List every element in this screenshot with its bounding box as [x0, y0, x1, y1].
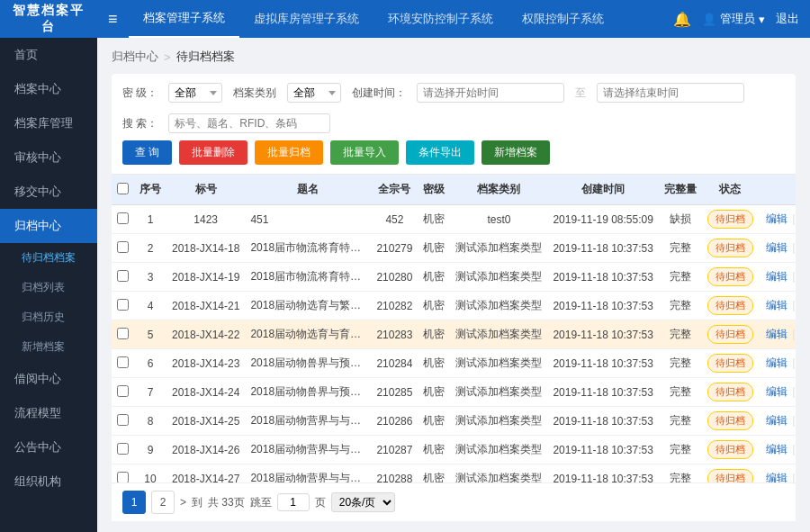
row-checkbox[interactable] — [117, 385, 129, 397]
sidebar-item-transfer[interactable]: 移交中心 — [0, 175, 97, 209]
status-badge: 待归档 — [707, 354, 753, 373]
date-end-input[interactable] — [597, 83, 744, 103]
cell-index: 9 — [134, 436, 166, 464]
search-input[interactable] — [168, 113, 330, 133]
col-code: 标号 — [166, 175, 245, 205]
row-checkbox[interactable] — [117, 270, 129, 282]
row-checkbox[interactable] — [117, 356, 129, 368]
action-edit[interactable]: 编辑 — [766, 241, 788, 254]
cell-density: 机密 — [418, 464, 450, 483]
sidebar-item-org[interactable]: 组织机构 — [0, 464, 97, 499]
navbar-item-access-control[interactable]: 权限控制子系统 — [508, 0, 618, 38]
sidebar-sub-pending[interactable]: 待归档档案 — [0, 243, 97, 273]
row-checkbox[interactable] — [117, 212, 129, 224]
cell-actions: 编辑 | 申请归档 | 删除 — [759, 292, 796, 320]
row-checkbox[interactable] — [117, 299, 129, 311]
action-edit[interactable]: 编辑 — [766, 356, 788, 369]
cell-complete: 完整 — [659, 263, 702, 292]
cell-density: 机密 — [418, 407, 450, 436]
cell-complete: 缺损 — [659, 205, 702, 234]
admin-menu[interactable]: 👤 管理员 ▾ — [702, 11, 765, 27]
cell-code: 2018-JX14-24 — [166, 378, 245, 407]
cell-complete: 完整 — [659, 349, 702, 378]
row-checkbox[interactable] — [117, 328, 129, 339]
cell-actions: 编辑 | 申请归档 | 删除 — [759, 349, 796, 378]
action-edit[interactable]: 编辑 — [766, 414, 788, 427]
action-edit[interactable]: 编辑 — [766, 212, 788, 225]
cell-title: 2018届动物营界与与预测科学专... — [245, 407, 371, 436]
cell-index: 5 — [134, 320, 166, 349]
row-checkbox[interactable] — [117, 241, 129, 253]
sidebar-item-archive-mgmt[interactable]: 档案库管理 — [0, 106, 97, 140]
action-edit[interactable]: 编辑 — [766, 385, 788, 398]
navbar-item-virtual-storage[interactable]: 虚拟库房管理子系统 — [239, 0, 374, 38]
action-edit[interactable]: 编辑 — [766, 472, 788, 482]
export-button[interactable]: 条件导出 — [406, 140, 474, 165]
cell-fullno: 210280 — [371, 263, 418, 292]
batch-import-button[interactable]: 批量导入 — [330, 140, 399, 165]
status-badge: 待归档 — [707, 469, 753, 482]
sidebar-sub-list[interactable]: 归档列表 — [0, 273, 97, 302]
cell-title: 2018届动物选育与育种与繁殖专... — [245, 320, 371, 349]
menu-toggle-icon[interactable]: ≡ — [108, 10, 118, 29]
batch-archive-button[interactable]: 批量归档 — [255, 140, 323, 165]
sidebar-item-borrow[interactable]: 借阅中心 — [0, 362, 97, 396]
breadcrumb-sep: > — [164, 50, 171, 64]
row-checkbox-cell[interactable] — [112, 263, 134, 292]
sidebar-sub-history[interactable]: 归档历史 — [0, 302, 97, 332]
type-select[interactable]: 全部 — [287, 83, 341, 103]
bell-icon[interactable]: 🔔 — [673, 11, 691, 28]
action-edit[interactable]: 编辑 — [766, 328, 788, 340]
cell-status: 待归档 — [702, 320, 759, 349]
cell-code: 2018-JX14-25 — [166, 407, 245, 436]
cell-date: 2019-11-18 10:37:53 — [547, 378, 658, 407]
row-checkbox[interactable] — [117, 472, 129, 483]
row-checkbox-cell[interactable] — [112, 407, 134, 436]
navbar-item-archive-mgmt[interactable]: 档案管理子系统 — [129, 0, 239, 38]
new-archive-button[interactable]: 新增档案 — [482, 140, 550, 165]
sidebar-item-home[interactable]: 首页 — [0, 38, 97, 72]
navbar-right: 🔔 👤 管理员 ▾ 退出 — [673, 11, 799, 28]
date-separator: 至 — [575, 86, 586, 101]
action-edit[interactable]: 编辑 — [766, 270, 788, 283]
row-checkbox[interactable] — [117, 414, 129, 426]
row-checkbox-cell[interactable] — [112, 234, 134, 263]
row-checkbox[interactable] — [117, 443, 129, 455]
row-checkbox-cell[interactable] — [112, 205, 134, 234]
row-checkbox-cell[interactable] — [112, 436, 134, 464]
cell-density: 机密 — [418, 292, 450, 320]
sidebar-item-return[interactable]: 归档中心 — [0, 209, 97, 243]
row-checkbox-cell[interactable] — [112, 349, 134, 378]
action-edit[interactable]: 编辑 — [766, 299, 788, 311]
sidebar-item-workflow[interactable]: 流程模型 — [0, 396, 97, 430]
batch-delete-button[interactable]: 批量删除 — [179, 140, 248, 165]
col-density: 密级 — [418, 175, 450, 205]
content-area: 归档中心 > 待归档档案 密 级： 全部 机密 秘密 公开 档案类别 全部 创建… — [97, 38, 810, 532]
page-btn-2[interactable]: 2 — [151, 491, 175, 514]
table-row: 1 1423 451 452 机密 test0 2019-11-19 08:55… — [112, 205, 796, 234]
density-select[interactable]: 全部 机密 秘密 公开 — [168, 83, 222, 103]
cell-actions: 编辑 | 申请归档 | 删除 — [759, 436, 796, 464]
row-checkbox-cell[interactable] — [112, 378, 134, 407]
navbar-item-env-security[interactable]: 环境安防控制子系统 — [374, 0, 508, 38]
table-row: 4 2018-JX14-21 2018届动物选育与繁殖专... 210282 机… — [112, 292, 796, 320]
cell-code: 2018-JX14-26 — [166, 436, 245, 464]
action-edit[interactable]: 编辑 — [766, 443, 788, 455]
table-row: 10 2018-JX14-27 2018届动物营界与与预测科学专... 2102… — [112, 464, 796, 483]
page-jump-input[interactable] — [277, 493, 310, 511]
row-checkbox-cell[interactable] — [112, 320, 134, 349]
cell-type: 测试添加档案类型 — [450, 234, 547, 263]
sidebar-item-archive[interactable]: 档案中心 — [0, 72, 97, 106]
search-button[interactable]: 查 询 — [122, 140, 172, 165]
row-checkbox-cell[interactable] — [112, 464, 134, 483]
exit-button[interactable]: 退出 — [776, 11, 799, 27]
row-checkbox-cell[interactable] — [112, 292, 134, 320]
date-start-input[interactable] — [417, 83, 564, 103]
sidebar-item-audit[interactable]: 审核中心 — [0, 140, 97, 175]
page-size-select[interactable]: 10条/页 20条/页 50条/页 — [331, 492, 395, 512]
page-btn-1[interactable]: 1 — [122, 491, 146, 514]
sidebar-sub-new-archive[interactable]: 新增档案 — [0, 332, 97, 362]
select-all-checkbox[interactable] — [117, 183, 129, 194]
sidebar-item-notice[interactable]: 公告中心 — [0, 430, 97, 464]
select-all-header[interactable] — [112, 175, 134, 205]
